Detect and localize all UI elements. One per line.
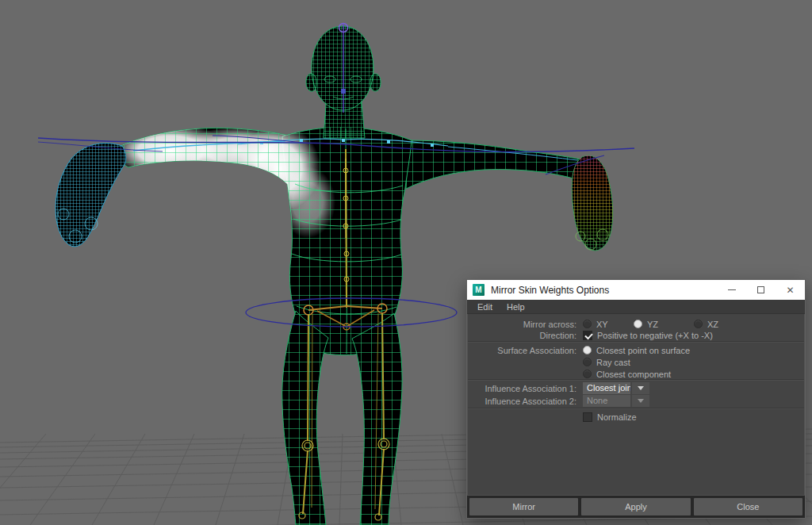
maximize-button[interactable] — [746, 280, 776, 300]
section-divider — [468, 379, 804, 381]
section-divider — [468, 408, 804, 409]
menu-edit[interactable]: Edit — [470, 302, 500, 312]
mirror-skin-weights-options-window: M Mirror Skin Weights Options ✕ Edit Hel… — [466, 279, 806, 519]
section-divider — [468, 341, 804, 343]
influence-association-2-dropdown[interactable]: None — [583, 395, 649, 407]
minimize-button[interactable] — [717, 280, 746, 300]
influence-association-2-label: Influence Association 2: — [468, 397, 576, 406]
radio-closest-component[interactable]: Closest component — [583, 370, 671, 379]
minimize-icon — [728, 289, 736, 290]
influence-association-1-dropdown[interactable]: Closest joint — [583, 382, 649, 394]
close-action-button[interactable]: Close — [694, 498, 802, 515]
maximize-icon — [757, 286, 764, 293]
dropdown-arrow-icon[interactable] — [632, 395, 649, 407]
window-title: Mirror Skin Weights Options — [491, 285, 609, 296]
radio-icon — [694, 320, 703, 328]
radio-icon — [634, 320, 642, 328]
radio-icon — [583, 370, 592, 378]
checkbox-icon — [583, 412, 592, 422]
menu-bar: Edit Help — [467, 300, 805, 314]
radio-ray-cast[interactable]: Ray cast — [583, 358, 630, 367]
apply-button[interactable]: Apply — [581, 498, 690, 515]
mirror-across-label: Mirror across: — [468, 320, 576, 329]
left-hand-mesh — [56, 144, 126, 247]
maya-viewport[interactable]: M Mirror Skin Weights Options ✕ Edit Hel… — [0, 0, 812, 525]
radio-mirror-yz[interactable]: YZ — [634, 320, 694, 329]
radio-mirror-xy[interactable]: XY — [583, 320, 634, 329]
direction-checkbox[interactable]: Positive to negative (+X to -X) — [583, 331, 713, 340]
footer-button-bar: Mirror Apply Close — [467, 496, 805, 518]
maya-app-icon: M — [473, 284, 485, 296]
title-bar[interactable]: M Mirror Skin Weights Options ✕ — [467, 280, 805, 300]
normalize-checkbox[interactable]: Normalize — [583, 412, 637, 422]
options-panel: Mirror across: XY YZ XZ Direction: — [467, 314, 805, 496]
influence-association-1-label: Influence Association 1: — [468, 384, 576, 393]
close-icon: ✕ — [786, 285, 794, 295]
right-hand-mesh — [572, 155, 613, 251]
radio-closest-point-on-surface[interactable]: Closest point on surface — [583, 346, 690, 355]
mirror-button[interactable]: Mirror — [469, 498, 578, 515]
checkbox-icon — [583, 331, 592, 340]
radio-icon — [583, 358, 592, 366]
radio-mirror-xz[interactable]: XZ — [694, 320, 718, 329]
dropdown-arrow-icon[interactable] — [632, 382, 649, 394]
close-button[interactable]: ✕ — [776, 280, 805, 300]
radio-icon — [583, 320, 592, 328]
surface-association-label: Surface Association: — [468, 346, 576, 355]
radio-icon — [583, 346, 592, 354]
menu-help[interactable]: Help — [500, 302, 532, 312]
direction-label: Direction: — [468, 331, 576, 340]
